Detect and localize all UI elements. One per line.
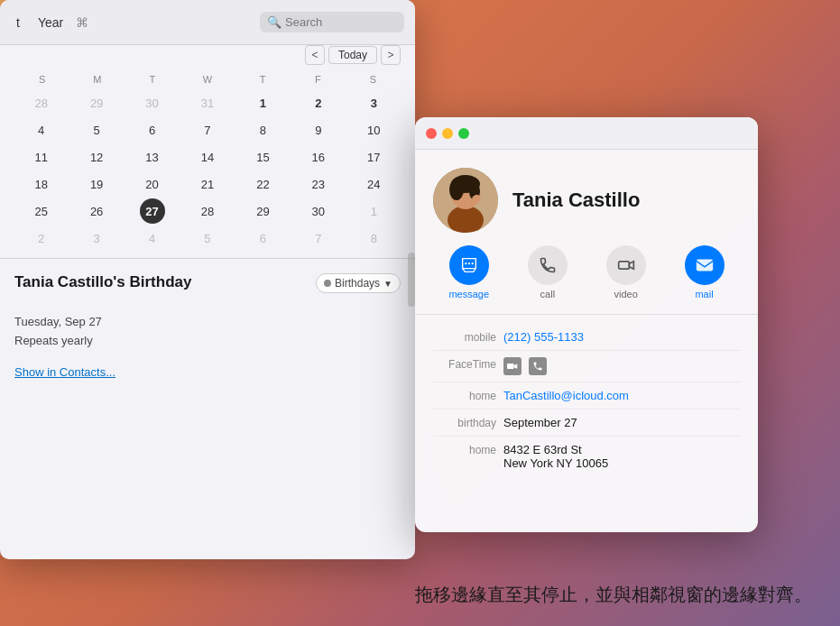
mobile-value[interactable]: (212) 555-1133 (503, 330, 740, 344)
header-mon: M (69, 72, 125, 87)
cal-day[interactable]: 18 (29, 171, 54, 197)
cal-day[interactable]: 28 (29, 90, 54, 115)
calendar-toolbar: t Year ⌘ 🔍 (0, 0, 415, 45)
header-fri: F (291, 72, 346, 87)
cal-day[interactable]: 1 (250, 90, 275, 115)
resize-handle[interactable] (408, 253, 415, 307)
call-button[interactable]: call (528, 245, 568, 299)
facetime-label: FaceTime (433, 357, 496, 371)
cal-day[interactable]: 29 (84, 90, 109, 115)
call-label: call (540, 289, 556, 299)
svg-point-7 (465, 262, 466, 264)
svg-point-8 (468, 262, 470, 264)
cal-day[interactable]: 23 (306, 171, 331, 197)
cal-day[interactable]: 19 (84, 171, 109, 197)
cal-day[interactable]: 8 (361, 226, 386, 251)
next-month-button[interactable]: > (381, 45, 401, 65)
home-email-label: home (433, 389, 496, 402)
cal-day[interactable]: 30 (140, 90, 165, 115)
cal-day[interactable]: 4 (140, 226, 165, 251)
header-thu: T (235, 72, 291, 87)
cal-day[interactable]: 26 (84, 198, 109, 224)
cal-day[interactable]: 20 (140, 171, 165, 197)
close-button[interactable] (426, 128, 437, 139)
svg-point-9 (471, 262, 473, 264)
badge-dot-icon (324, 280, 331, 287)
window-chrome (415, 117, 758, 150)
cal-day[interactable]: 2 (306, 90, 331, 115)
prev-month-button[interactable]: < (305, 45, 325, 65)
contact-name: Tania Castillo (512, 189, 640, 212)
contact-profile: Tania Castillo (415, 150, 758, 245)
cal-day[interactable]: 22 (250, 171, 275, 197)
message-button[interactable]: message (448, 245, 489, 299)
home-email-value[interactable]: TanCastillo@icloud.com (503, 389, 740, 402)
cal-day[interactable]: 21 (195, 171, 220, 197)
cal-day[interactable]: 7 (195, 117, 220, 143)
event-section: Birthdays ▼ Tania Castillo's Birthday Tu… (0, 258, 415, 391)
calendar-nav: < Today > (14, 45, 401, 65)
message-icon (449, 245, 489, 285)
cal-day[interactable]: 10 (361, 117, 386, 143)
cal-day[interactable]: 30 (306, 198, 331, 224)
video-label: video (614, 289, 638, 299)
mail-icon (685, 245, 725, 285)
cal-day[interactable]: 6 (140, 117, 165, 143)
show-in-contacts-link[interactable]: Show in Contacts... (14, 365, 115, 379)
cal-day[interactable]: 29 (250, 198, 275, 224)
birthday-value: September 27 (503, 416, 740, 429)
header-wed: W (180, 72, 235, 87)
cal-day[interactable]: 11 (29, 144, 54, 170)
calendar-badge-button[interactable]: Birthdays ▼ (316, 273, 401, 293)
cal-day[interactable]: 25 (29, 198, 54, 224)
header-sun: S (14, 72, 69, 87)
cal-day[interactable]: 4 (29, 117, 54, 143)
toolbar-t-button[interactable]: t (11, 12, 25, 33)
cal-day-today[interactable]: 27 (140, 198, 165, 224)
svg-rect-11 (696, 260, 712, 272)
cal-day[interactable]: 13 (140, 144, 165, 170)
maximize-button[interactable] (458, 128, 469, 139)
spotlight-icon: ⌘ (76, 15, 88, 30)
cal-day[interactable]: 31 (195, 90, 220, 115)
event-date: Tuesday, Sep 27 (14, 313, 401, 332)
video-icon (606, 245, 646, 285)
cal-day[interactable]: 28 (195, 198, 220, 224)
cal-day[interactable]: 9 (306, 117, 331, 143)
cal-day[interactable]: 15 (250, 144, 275, 170)
search-bar[interactable]: 🔍 (260, 12, 404, 32)
cal-day[interactable]: 8 (250, 117, 275, 143)
facetime-icons (503, 357, 740, 375)
cal-day[interactable]: 12 (84, 144, 109, 170)
facetime-phone-icon[interactable] (529, 357, 547, 375)
dropdown-icon: ▼ (383, 279, 392, 289)
mail-button[interactable]: mail (685, 245, 725, 299)
email-row: home TanCastillo@icloud.com (433, 382, 740, 410)
cal-day[interactable]: 3 (84, 226, 109, 251)
cal-day[interactable]: 14 (195, 144, 220, 170)
today-button[interactable]: Today (328, 46, 377, 64)
cal-day[interactable]: 17 (361, 144, 386, 170)
search-input[interactable] (285, 15, 397, 29)
cal-day[interactable]: 5 (195, 226, 220, 251)
call-icon (528, 245, 568, 285)
video-button[interactable]: video (606, 245, 646, 299)
cal-day[interactable]: 16 (306, 144, 331, 170)
address-value: 8432 E 63rd St New York NY 10065 (503, 443, 740, 470)
cal-day[interactable]: 24 (361, 171, 386, 197)
facetime-row: FaceTime (433, 351, 740, 382)
calendar-days: 28 29 30 31 1 2 3 4 5 6 7 8 9 10 11 12 1… (14, 90, 401, 251)
annotation-text: 拖移邊緣直至其停止，並與相鄰視窗的邊緣對齊。 (415, 581, 831, 608)
cal-day[interactable]: 2 (29, 226, 54, 251)
header-sat: S (346, 72, 401, 87)
cal-day[interactable]: 6 (250, 226, 275, 251)
minimize-button[interactable] (442, 128, 453, 139)
contact-info: mobile (212) 555-1133 FaceTime (415, 315, 758, 485)
cal-day[interactable]: 3 (361, 90, 386, 115)
address-label: home (433, 443, 496, 456)
cal-day[interactable]: 1 (361, 198, 386, 224)
facetime-video-icon[interactable] (503, 357, 522, 375)
cal-day[interactable]: 7 (306, 226, 331, 251)
cal-day[interactable]: 5 (84, 117, 109, 143)
toolbar-year-button[interactable]: Year (32, 12, 69, 33)
